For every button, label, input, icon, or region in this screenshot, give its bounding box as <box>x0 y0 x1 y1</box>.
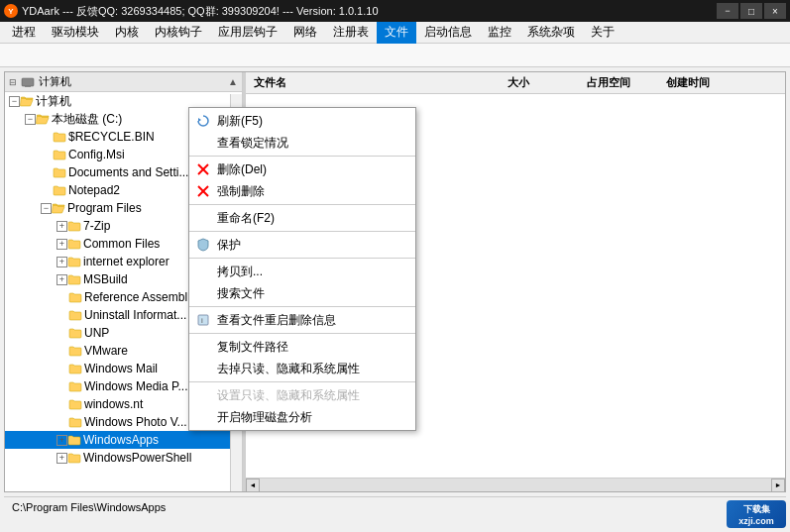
expand-icon-msbuild[interactable]: + <box>56 274 67 285</box>
ctx-separator-2 <box>189 156 415 157</box>
ctx-item-label-1: 查看锁定情况 <box>217 135 288 152</box>
watermark: 下载集 xzji.com <box>727 500 786 528</box>
ctx-item-1[interactable]: 查看锁定情况 <box>189 132 415 154</box>
ctx-item-label-8: 保护 <box>217 237 241 254</box>
tree-node-label-msbuild: MSBuild <box>83 272 128 286</box>
tree-node-label-notepad2: Notepad2 <box>68 183 120 197</box>
ctx-item-10[interactable]: 拷贝到... <box>189 261 415 282</box>
tree-node-label-commonFiles: Common Files <box>83 237 160 251</box>
computer-icon <box>21 76 35 88</box>
toolbar <box>0 44 790 67</box>
tree-collapse-icon[interactable]: ▲ <box>228 76 238 87</box>
ctx-item-label-10: 拷贝到... <box>217 264 263 280</box>
menu-item-监控[interactable]: 监控 <box>480 22 519 44</box>
expand-icon-notepad2 <box>41 184 53 196</box>
folder-icon-winPhoto <box>68 416 82 428</box>
ctx-item-0[interactable]: 刷新(F5) <box>189 110 415 132</box>
ctx-item-16[interactable]: 去掉只读、隐藏和系统属性 <box>189 358 415 379</box>
menu-item-网络[interactable]: 网络 <box>285 22 325 44</box>
ctx-separator-7 <box>189 231 415 232</box>
folder-icon-localC <box>36 113 50 125</box>
tree-node-label-winMail: Windows Mail <box>84 362 158 375</box>
expand-icon-vmware <box>56 345 68 357</box>
ctx-item-15[interactable]: 复制文件路径 <box>189 336 415 358</box>
col-date-header: 创建时间 <box>662 75 781 90</box>
tree-header: ⊟ 计算机 ▲ <box>5 72 242 92</box>
tree-node-windowsApps[interactable]: +WindowsApps <box>5 431 242 449</box>
expand-icon-windowsNt <box>56 398 68 410</box>
tree-node-winPowerShell[interactable]: +WindowsPowerShell <box>5 449 242 467</box>
menu-item-系统杂项[interactable]: 系统杂项 <box>519 22 583 44</box>
ctx-item-3[interactable]: 删除(Del) <box>189 159 415 180</box>
expand-icon-recycle <box>41 131 53 143</box>
menu-item-驱动模块[interactable]: 驱动模块 <box>44 22 107 44</box>
folder-icon-msbuild <box>67 273 81 285</box>
folder-icon-programFiles <box>52 202 65 214</box>
ctx-item-label-4: 强制删除 <box>217 183 265 200</box>
tree-node-label-7zip: 7-Zip <box>83 219 110 233</box>
minimize-button[interactable]: － <box>717 3 738 19</box>
menu-item-注册表[interactable]: 注册表 <box>325 22 377 44</box>
tree-node-label-winMedia: Windows Media P... <box>84 379 188 393</box>
expand-icon-unp <box>56 327 68 339</box>
menu-item-应用层钩子[interactable]: 应用层钩子 <box>210 22 285 44</box>
expand-icon-winMail <box>56 363 68 374</box>
expand-icon-programFiles[interactable]: − <box>41 203 52 214</box>
ctx-item-19[interactable]: 开启物理磁盘分析 <box>189 406 415 428</box>
tree-node-label-localC: 本地磁盘 (C:) <box>52 111 122 128</box>
ctx-item-label-11: 搜索文件 <box>217 285 265 302</box>
ctx-protect-icon <box>195 237 211 253</box>
folder-icon-winPowerShell <box>67 452 81 464</box>
app-logo: Y <box>4 4 18 18</box>
menu-item-启动信息[interactable]: 启动信息 <box>416 22 480 44</box>
expand-icon-refAssem <box>56 291 68 303</box>
menu-bar: 进程驱动模块内核内核钩子应用层钩子网络注册表文件启动信息监控系统杂项关于 <box>0 22 790 44</box>
tree-node-label-winPowerShell: WindowsPowerShell <box>83 451 191 465</box>
tree-node-label-windowsNt: windows.nt <box>84 397 143 411</box>
scroll-right-arrow[interactable]: ► <box>771 479 785 492</box>
expand-icon-7zip[interactable]: + <box>56 221 67 232</box>
menu-item-内核[interactable]: 内核 <box>107 22 147 44</box>
ctx-item-label-15: 复制文件路径 <box>217 339 288 356</box>
folder-icon-winMedia <box>68 380 82 392</box>
folder-icon-ie <box>67 256 81 267</box>
ctx-item-13[interactable]: i查看文件重启删除信息 <box>189 309 415 331</box>
menu-item-关于[interactable]: 关于 <box>583 22 622 44</box>
ctx-item-label-3: 删除(Del) <box>217 161 267 178</box>
expand-icon-commonFiles[interactable]: + <box>56 239 67 250</box>
close-button[interactable]: × <box>764 3 786 19</box>
ctx-item-18: 设置只读、隐藏和系统属性 <box>189 384 415 406</box>
folder-icon-docSettings <box>53 166 66 178</box>
ctx-item-11[interactable]: 搜索文件 <box>189 282 415 304</box>
tree-node-label-winPhoto: Windows Photo V... <box>84 415 187 429</box>
expand-icon-computer[interactable]: − <box>9 96 20 107</box>
svg-marker-2 <box>198 118 201 122</box>
menu-item-文件[interactable]: 文件 <box>377 22 416 44</box>
ctx-item-8[interactable]: 保护 <box>189 234 415 256</box>
bottom-scrollbar[interactable]: ◄ ► <box>246 478 785 491</box>
folder-icon-windowsApps <box>67 434 81 446</box>
context-menu: 刷新(F5)查看锁定情况删除(Del)强制删除重命名(F2)保护拷贝到...搜索… <box>188 107 416 431</box>
menu-item-进程[interactable]: 进程 <box>4 22 44 44</box>
status-bar: C:\Program Files\WindowsApps <box>4 496 786 516</box>
tree-node-label-uninstall: Uninstall Informat... <box>84 308 186 322</box>
maximize-button[interactable]: □ <box>740 3 762 19</box>
ctx-separator-17 <box>189 381 415 382</box>
tree-node-label-recycle: $RECYCLE.BIN <box>68 130 155 144</box>
menu-item-内核钩子[interactable]: 内核钩子 <box>147 22 210 44</box>
svg-rect-0 <box>22 78 34 86</box>
ctx-separator-9 <box>189 258 415 259</box>
expand-icon-localC[interactable]: − <box>25 114 36 125</box>
folder-icon-7zip <box>67 220 81 232</box>
expand-icon-ie[interactable]: + <box>56 257 67 267</box>
ctx-item-6[interactable]: 重命名(F2) <box>189 207 415 229</box>
ctx-item-4[interactable]: 强制删除 <box>189 180 415 202</box>
expand-icon-winPowerShell[interactable]: + <box>56 453 67 464</box>
ctx-info-icon: i <box>195 312 211 328</box>
ctx-item-label-6: 重命名(F2) <box>217 210 275 227</box>
folder-icon-vmware <box>68 345 82 357</box>
tree-node-label-refAssem: Reference Assembl... <box>84 290 197 304</box>
scroll-left-arrow[interactable]: ◄ <box>246 479 260 492</box>
expand-icon-windowsApps[interactable]: + <box>56 435 67 446</box>
scroll-track[interactable] <box>260 479 771 492</box>
